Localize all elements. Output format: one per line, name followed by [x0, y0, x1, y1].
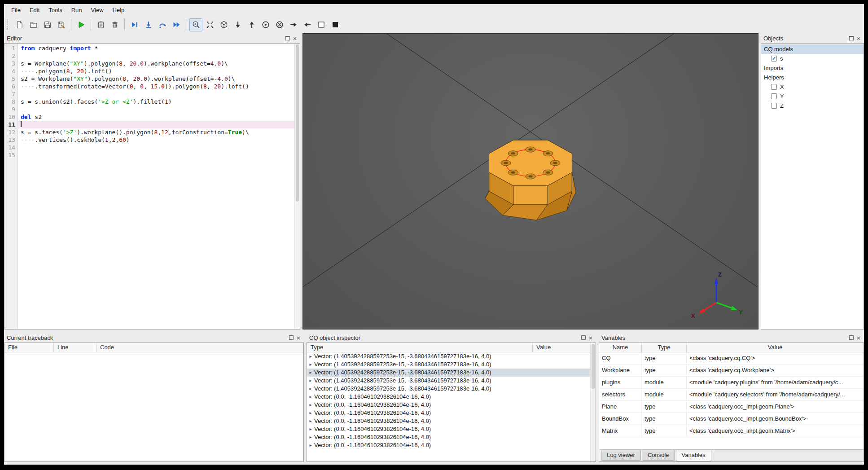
close-panel-button[interactable]: × — [855, 35, 862, 42]
inspector-row[interactable]: ▸Vector: (1.4053924288597253e-15, -3.680… — [307, 360, 590, 369]
close-panel-button[interactable]: × — [291, 35, 298, 42]
float-panel-button[interactable] — [284, 35, 291, 42]
column-header-name[interactable]: Name — [599, 343, 642, 352]
tab-console[interactable]: Console — [642, 450, 675, 461]
view-top-button[interactable] — [245, 18, 258, 31]
code-area[interactable]: from cadquery import *s = Workplane("XY"… — [18, 44, 294, 329]
view-bottom-button[interactable] — [231, 18, 244, 31]
inspector-row[interactable]: ▸Vector: (0.0, -1.1604610293826104e-16, … — [307, 441, 590, 449]
save-as-button[interactable] — [55, 18, 68, 31]
tree-x[interactable]: X — [761, 82, 864, 92]
variable-row[interactable]: pluginsmodule<module 'cadquery.plugins' … — [599, 377, 864, 389]
menu-file[interactable]: File — [7, 4, 25, 16]
expand-arrow-icon[interactable]: ▸ — [307, 401, 314, 409]
3d-viewport[interactable]: Z Y X — [302, 33, 758, 329]
float-panel-button[interactable] — [580, 334, 587, 341]
inspector-row[interactable]: ▸Vector: (0.0, -1.1604610293826104e-16, … — [307, 393, 590, 401]
iso-view-button[interactable] — [217, 18, 230, 31]
delete-button[interactable] — [108, 18, 121, 31]
variable-row[interactable]: Matrixtype<class 'cadquery.occ_impl.geom… — [599, 425, 864, 437]
expand-arrow-icon[interactable]: ▸ — [307, 360, 314, 369]
column-header-file[interactable]: File — [4, 343, 54, 352]
checkbox-unchecked[interactable] — [771, 84, 777, 90]
tree-z[interactable]: Z — [761, 101, 864, 110]
column-header-line[interactable]: Line — [54, 343, 96, 352]
close-panel-button[interactable]: × — [587, 334, 594, 341]
editor-scrollbar-thumb[interactable] — [296, 44, 299, 202]
column-header-value[interactable]: Value — [533, 343, 596, 352]
save-button[interactable] — [41, 18, 54, 31]
tab-log-viewer[interactable]: Log viewer — [601, 450, 641, 461]
debug-continue-button[interactable] — [170, 18, 183, 31]
view-right-button[interactable] — [287, 18, 300, 31]
view-left-button[interactable] — [301, 18, 314, 31]
tree-s[interactable]: ✓s — [761, 54, 864, 63]
menu-run[interactable]: Run — [67, 4, 87, 16]
inspector-row[interactable]: ▸Vector: (1.4053924288597253e-15, -3.680… — [307, 369, 590, 377]
open-file-button[interactable] — [27, 18, 40, 31]
menu-edit[interactable]: Edit — [25, 4, 44, 16]
tree-imports[interactable]: Imports — [761, 63, 864, 73]
inspector-scrollbar[interactable] — [590, 343, 596, 461]
wireframe-button[interactable] — [315, 18, 328, 31]
preview-button[interactable] — [189, 18, 202, 31]
inspector-row[interactable]: ▸Vector: (1.4053924288597253e-15, -3.680… — [307, 385, 590, 393]
expand-arrow-icon[interactable]: ▸ — [307, 425, 314, 433]
debug-step-button[interactable] — [128, 18, 141, 31]
view-back-button[interactable] — [273, 18, 286, 31]
expand-arrow-icon[interactable]: ▸ — [307, 393, 314, 401]
view-front-button[interactable] — [259, 18, 272, 31]
inspector-row[interactable]: ▸Vector: (1.4053924288597253e-15, -3.680… — [307, 352, 590, 360]
menu-view[interactable]: View — [87, 4, 108, 16]
variable-row[interactable]: selectorsmodule<module 'cadquery.selecto… — [599, 389, 864, 401]
splitter-horizontal[interactable] — [4, 329, 864, 333]
checkbox-checked[interactable]: ✓ — [771, 56, 777, 61]
column-header-type[interactable]: Type — [642, 343, 687, 352]
expand-arrow-icon[interactable]: ▸ — [307, 409, 314, 417]
tree-y[interactable]: Y — [761, 92, 864, 101]
variable-row[interactable]: BoundBoxtype<class 'cadquery.occ_impl.ge… — [599, 413, 864, 425]
editor-scrollbar[interactable] — [294, 44, 300, 329]
float-panel-button[interactable] — [848, 334, 855, 341]
column-header-type[interactable]: Type — [307, 343, 533, 352]
expand-arrow-icon[interactable]: ▸ — [307, 352, 314, 360]
inspector-scrollbar-thumb[interactable] — [592, 344, 595, 389]
inspector-row[interactable]: ▸Vector: (0.0, -1.1604610293826104e-16, … — [307, 409, 590, 417]
expand-arrow-icon[interactable]: ▸ — [307, 385, 314, 393]
checkbox-unchecked[interactable] — [771, 103, 777, 109]
float-panel-button[interactable] — [288, 334, 295, 341]
expand-arrow-icon[interactable]: ▸ — [307, 433, 314, 441]
variable-row[interactable]: Workplanetype<class 'cadquery.cq.Workpla… — [599, 365, 864, 377]
tree-helpers[interactable]: Helpers — [761, 73, 864, 82]
shaded-button[interactable] — [329, 18, 342, 31]
expand-arrow-icon[interactable]: ▸ — [307, 377, 314, 385]
tab-variables[interactable]: Variables — [676, 450, 711, 461]
close-panel-button[interactable]: × — [295, 334, 302, 341]
float-panel-button[interactable] — [848, 35, 855, 42]
column-header-code[interactable]: Code — [96, 343, 303, 352]
run-button[interactable] — [75, 18, 88, 31]
expand-arrow-icon[interactable]: ▸ — [307, 441, 314, 449]
debug-step-into-button[interactable] — [142, 18, 155, 31]
fit-view-button[interactable] — [203, 18, 216, 31]
column-header-value[interactable]: Value — [687, 343, 864, 352]
debug-step-over-button[interactable] — [156, 18, 169, 31]
expand-arrow-icon[interactable]: ▸ — [307, 369, 314, 377]
close-panel-button[interactable]: × — [855, 334, 862, 341]
menu-tools[interactable]: Tools — [44, 4, 66, 16]
variable-row[interactable]: CQtype<class 'cadquery.cq.CQ'> — [599, 352, 864, 365]
new-file-button[interactable] — [13, 18, 26, 31]
editor-content[interactable]: 123456789101112131415 from cadquery impo… — [4, 43, 300, 329]
inspector-row[interactable]: ▸Vector: (0.0, -1.1604610293826104e-16, … — [307, 425, 590, 433]
menu-help[interactable]: Help — [108, 4, 129, 16]
inspector-row[interactable]: ▸Vector: (0.0, -1.1604610293826104e-16, … — [307, 417, 590, 425]
inspector-row[interactable]: ▸Vector: (0.0, -1.1604610293826104e-16, … — [307, 401, 590, 409]
toolbar-handle[interactable] — [7, 19, 9, 30]
variable-row[interactable]: Planetype<class 'cadquery.occ_impl.geom.… — [599, 401, 864, 413]
expand-arrow-icon[interactable]: ▸ — [307, 417, 314, 425]
checkbox-unchecked[interactable] — [771, 93, 777, 99]
paste-button[interactable] — [94, 18, 107, 31]
inspector-row[interactable]: ▸Vector: (0.0, -1.1604610293826104e-16, … — [307, 433, 590, 441]
tree-cq-models[interactable]: CQ models — [761, 44, 864, 54]
inspector-row[interactable]: ▸Vector: (1.4053924288597253e-15, -3.680… — [307, 377, 590, 385]
